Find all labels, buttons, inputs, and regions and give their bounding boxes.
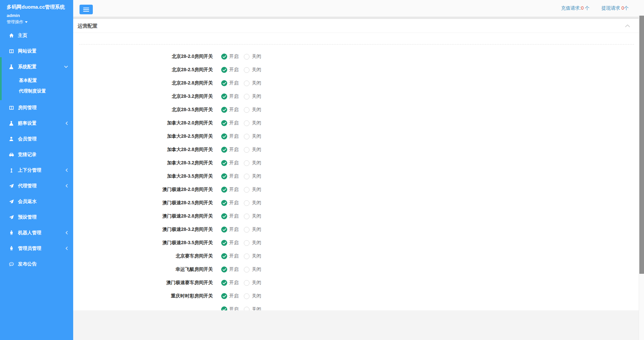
radio-on-label[interactable]: 开启	[229, 306, 239, 310]
radio-on-selected[interactable]	[221, 80, 227, 86]
radio-off-unselected[interactable]	[244, 174, 249, 179]
radio-on-label[interactable]: 开启	[229, 133, 239, 139]
scrollbar[interactable]	[639, 15, 644, 340]
radio-off-unselected[interactable]	[244, 293, 249, 299]
radio-on-selected[interactable]	[221, 187, 227, 193]
radio-off-label[interactable]: 关闭	[252, 227, 261, 233]
sidebar-item[interactable]: 竞猜记录	[0, 147, 73, 162]
radio-off-label[interactable]: 关闭	[252, 293, 261, 299]
radio-off-unselected[interactable]	[244, 267, 249, 272]
radio-on-label[interactable]: 开启	[229, 187, 239, 193]
sidebar-item[interactable]: 主页	[0, 28, 73, 43]
sidebar-item[interactable]: 网站设置	[0, 43, 73, 59]
radio-on-label[interactable]: 开启	[229, 280, 239, 286]
radio-on-label[interactable]: 开启	[229, 67, 239, 73]
sidebar-item[interactable]: 系统配置	[0, 59, 73, 75]
sidebar-item[interactable]: 机器人管理	[0, 225, 73, 241]
radio-on-selected[interactable]	[221, 253, 227, 259]
sidebar-subitem[interactable]: 代理制度设置	[0, 86, 73, 96]
radio-on-selected[interactable]	[221, 160, 227, 166]
radio-off-unselected[interactable]	[244, 280, 249, 286]
radio-on-label[interactable]: 开启	[229, 266, 239, 272]
radio-on-label[interactable]: 开启	[229, 213, 239, 219]
radio-on-selected[interactable]	[221, 54, 227, 60]
withdraw-requests-link[interactable]: 提现请求 0个	[601, 5, 629, 11]
radio-off-label[interactable]: 关闭	[252, 67, 261, 73]
collapse-panel-button[interactable]	[625, 24, 630, 27]
radio-off-unselected[interactable]	[244, 134, 249, 139]
radio-off-unselected[interactable]	[244, 254, 249, 259]
radio-on-selected[interactable]	[221, 227, 227, 233]
radio-off-label[interactable]: 关闭	[252, 80, 261, 86]
sidebar-item[interactable]: 管理员管理	[0, 241, 73, 256]
radio-off-unselected[interactable]	[244, 227, 249, 233]
radio-on-label[interactable]: 开启	[229, 80, 239, 86]
radio-on-selected[interactable]	[221, 67, 227, 73]
radio-off-label[interactable]: 关闭	[252, 306, 261, 310]
sidebar-item[interactable]: 发布公告	[0, 256, 73, 272]
recharge-requests-link[interactable]: 充值请求:0 个	[561, 5, 590, 11]
radio-on-label[interactable]: 开启	[229, 253, 239, 259]
radio-on-selected[interactable]	[221, 147, 227, 153]
radio-on-label[interactable]: 开启	[229, 173, 239, 179]
radio-on-selected[interactable]	[221, 107, 227, 113]
radio-off-unselected[interactable]	[244, 81, 249, 86]
radio-off-unselected[interactable]	[244, 214, 249, 219]
radio-off-unselected[interactable]	[244, 107, 249, 113]
radio-on-label[interactable]: 开启	[229, 160, 239, 166]
radio-off-unselected[interactable]	[244, 160, 249, 166]
radio-off-label[interactable]: 关闭	[252, 253, 261, 259]
sidebar-item[interactable]: 会员返水	[0, 194, 73, 209]
radio-on-selected[interactable]	[221, 120, 227, 126]
radio-on-selected[interactable]	[221, 280, 227, 286]
radio-off-label[interactable]: 关闭	[252, 120, 261, 126]
radio-off-label[interactable]: 关闭	[252, 187, 261, 193]
radio-off-unselected[interactable]	[244, 240, 249, 246]
radio-off-unselected[interactable]	[244, 94, 249, 99]
radio-off-unselected[interactable]	[244, 147, 249, 153]
radio-off-label[interactable]: 关闭	[252, 54, 261, 60]
sidebar-item[interactable]: 房间管理	[0, 100, 73, 115]
radio-off-unselected[interactable]	[244, 307, 249, 311]
radio-off-label[interactable]: 关闭	[252, 107, 261, 113]
radio-off-label[interactable]: 关闭	[252, 160, 261, 166]
radio-off-label[interactable]: 关闭	[252, 173, 261, 179]
sidebar-item[interactable]: 预设管理	[0, 209, 73, 225]
radio-off-label[interactable]: 关闭	[252, 280, 261, 286]
radio-on-label[interactable]: 开启	[229, 200, 239, 206]
radio-off-label[interactable]: 关闭	[252, 266, 261, 272]
radio-on-label[interactable]: 开启	[229, 227, 239, 233]
radio-on-selected[interactable]	[221, 293, 227, 299]
radio-on-label[interactable]: 开启	[229, 147, 239, 153]
sidebar-subitem[interactable]: 基本配置	[0, 75, 73, 86]
radio-on-label[interactable]: 开启	[229, 107, 239, 113]
radio-on-label[interactable]: 开启	[229, 240, 239, 246]
user-actions-dropdown[interactable]: 管理操作	[7, 19, 67, 25]
radio-on-selected[interactable]	[221, 173, 227, 179]
sidebar-item[interactable]: 代理管理	[0, 178, 73, 194]
radio-off-label[interactable]: 关闭	[252, 147, 261, 153]
radio-off-unselected[interactable]	[244, 67, 249, 73]
sidebar-item[interactable]: 上下分管理	[0, 162, 73, 178]
radio-on-label[interactable]: 开启	[229, 93, 239, 99]
radio-off-label[interactable]: 关闭	[252, 93, 261, 99]
radio-off-label[interactable]: 关闭	[252, 213, 261, 219]
radio-off-label[interactable]: 关闭	[252, 240, 261, 246]
radio-off-unselected[interactable]	[244, 200, 249, 206]
scrollbar-thumb[interactable]	[639, 16, 644, 274]
sidebar-toggle-button[interactable]	[80, 5, 93, 14]
radio-on-selected[interactable]	[221, 133, 227, 139]
radio-on-selected[interactable]	[221, 200, 227, 206]
radio-on-label[interactable]: 开启	[229, 293, 239, 299]
sidebar-item[interactable]: 赔率设置	[0, 115, 73, 131]
radio-on-label[interactable]: 开启	[229, 54, 239, 60]
radio-off-label[interactable]: 关闭	[252, 200, 261, 206]
radio-off-unselected[interactable]	[244, 187, 249, 193]
radio-on-selected[interactable]	[221, 266, 227, 272]
radio-off-label[interactable]: 关闭	[252, 133, 261, 139]
radio-on-selected[interactable]	[221, 306, 227, 310]
radio-on-selected[interactable]	[221, 240, 227, 246]
radio-on-label[interactable]: 开启	[229, 120, 239, 126]
sidebar-item[interactable]: 会员管理	[0, 131, 73, 147]
radio-off-unselected[interactable]	[244, 120, 249, 126]
